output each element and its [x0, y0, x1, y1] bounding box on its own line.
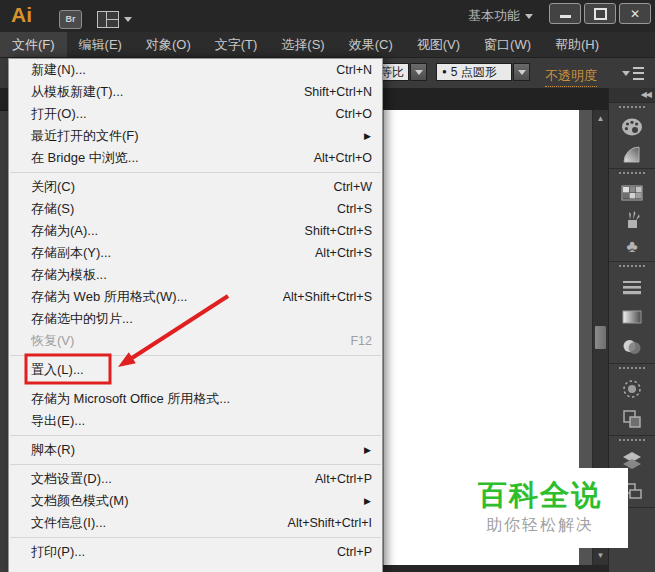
panel-grip-icon[interactable]	[619, 106, 645, 112]
panel-grip-icon[interactable]	[619, 172, 645, 178]
menu-item-save-a-copy[interactable]: 存储副本(Y)...Alt+Ctrl+S	[9, 242, 382, 264]
menu-separator	[10, 355, 381, 356]
shortcut: Ctrl+N	[336, 63, 372, 77]
color-guide-panel-button[interactable]	[609, 140, 655, 167]
menu-edit[interactable]: 编辑(E)	[67, 32, 134, 57]
swatches-panel-button[interactable]	[609, 179, 655, 206]
minimize-button[interactable]	[549, 3, 581, 24]
menu-effect[interactable]: 效果(C)	[337, 32, 405, 57]
menu-item-file-info[interactable]: 文件信息(I)...Alt+Shift+Ctrl+I	[9, 512, 382, 534]
menu-item-print[interactable]: 打印(P)...Ctrl+P	[9, 541, 382, 563]
panel-grip-icon[interactable]	[619, 439, 645, 445]
watermark-title: 百科全说	[478, 480, 602, 512]
shortcut: Shift+Ctrl+N	[304, 85, 372, 99]
menu-item-new[interactable]: 新建(N)...Ctrl+N	[9, 59, 382, 81]
shortcut: Ctrl+O	[336, 107, 372, 121]
bridge-button[interactable]: Br	[59, 10, 82, 29]
file-menu-popup: 新建(N)...Ctrl+N 从模板新建(T)...Shift+Ctrl+N 打…	[8, 58, 383, 572]
menu-item-save-as[interactable]: 存储为(A)...Shift+Ctrl+S	[9, 220, 382, 242]
menu-item-place[interactable]: 置入(L)...	[9, 359, 382, 381]
shortcut: Alt+Ctrl+O	[314, 151, 372, 165]
menu-separator	[10, 435, 381, 436]
graphic-styles-icon	[621, 408, 643, 430]
expand-panels-icon[interactable]: ◀◀	[641, 90, 651, 99]
dock-section-stroke	[609, 265, 655, 364]
maximize-icon	[594, 8, 607, 20]
menu-item-save[interactable]: 存储(S)Ctrl+S	[9, 198, 382, 220]
swatches-icon	[621, 185, 643, 201]
stroke-panel-button[interactable]	[609, 272, 655, 302]
menu-item-close[interactable]: 关闭(C)Ctrl+W	[9, 176, 382, 198]
minimize-icon	[560, 15, 571, 18]
dock-section-swatches: ♣	[609, 172, 655, 262]
menu-item-document-color-mode[interactable]: 文档颜色模式(M)▶	[9, 490, 382, 512]
menu-file[interactable]: 文件(F)	[0, 32, 67, 57]
transparency-panel-button[interactable]	[609, 332, 655, 362]
appearance-panel-button[interactable]	[609, 374, 655, 404]
brush-dropdown-button[interactable]	[513, 63, 530, 81]
menu-lines-icon	[633, 67, 644, 80]
gradient-panel-button[interactable]	[609, 302, 655, 332]
caret-down-icon	[525, 14, 533, 19]
shortcut: Alt+Shift+Ctrl+S	[283, 290, 372, 304]
submenu-arrow-icon: ▶	[364, 131, 372, 141]
window-controls: ✕	[549, 3, 651, 24]
scroll-up-icon[interactable]: ▲	[593, 112, 608, 126]
menu-item-save-as-template[interactable]: 存储为模板...	[9, 264, 382, 286]
transparency-icon	[621, 338, 643, 356]
appearance-icon	[621, 378, 643, 400]
menu-view[interactable]: 视图(V)	[405, 32, 472, 57]
menu-item-scripts[interactable]: 脚本(R)▶	[9, 439, 382, 461]
menu-item-save-selected-slices[interactable]: 存储选中的切片...	[9, 308, 382, 330]
shortcut: Alt+Ctrl+P	[315, 472, 372, 486]
brushes-icon	[622, 210, 642, 230]
panel-grip-icon[interactable]	[619, 367, 645, 373]
opacity-link[interactable]: 不透明度	[545, 67, 597, 87]
panel-grip-icon[interactable]	[619, 265, 645, 271]
illustrator-logo: Ai	[11, 3, 32, 27]
menu-item-document-setup[interactable]: 文档设置(D)...Alt+Ctrl+P	[9, 468, 382, 490]
scroll-down-icon[interactable]: ▼	[593, 549, 608, 563]
menu-item-export[interactable]: 导出(E)...	[9, 410, 382, 432]
symbols-icon: ♣	[626, 238, 637, 255]
submenu-arrow-icon: ▶	[364, 445, 372, 455]
menu-item-browse-in-bridge[interactable]: 在 Bridge 中浏览...Alt+Ctrl+O	[9, 147, 382, 169]
brushes-panel-button[interactable]	[609, 206, 655, 233]
menu-item-open-recent[interactable]: 最近打开的文件(F)▶	[9, 125, 382, 147]
caret-down-icon	[518, 70, 526, 75]
menu-select[interactable]: 选择(S)	[269, 32, 336, 57]
color-panel-button[interactable]	[609, 113, 655, 140]
menu-type[interactable]: 文字(T)	[203, 32, 270, 57]
close-icon: ✕	[630, 8, 640, 20]
caret-down-icon	[124, 17, 132, 22]
symbols-panel-button[interactable]: ♣	[609, 233, 655, 260]
workspace-switcher[interactable]: 基本功能	[468, 7, 533, 25]
dock-section-color	[609, 106, 655, 169]
graphic-styles-panel-button[interactable]	[609, 404, 655, 434]
arrange-documents-button[interactable]	[97, 10, 133, 28]
shortcut: Ctrl+S	[337, 202, 372, 216]
menu-window[interactable]: 窗口(W)	[472, 32, 543, 57]
gradient-icon	[622, 310, 642, 324]
close-button[interactable]: ✕	[619, 3, 651, 24]
caret-down-icon	[415, 70, 423, 75]
menu-object[interactable]: 对象(O)	[134, 32, 203, 57]
arrange-documents-icon	[97, 11, 119, 28]
scale-dropdown-button[interactable]	[410, 63, 427, 81]
control-panel-menu-button[interactable]	[622, 67, 644, 80]
scrollbar-thumb[interactable]	[595, 326, 606, 349]
menu-item-new-from-template[interactable]: 从模板新建(T)...Shift+Ctrl+N	[9, 81, 382, 103]
shortcut: Ctrl+W	[333, 180, 372, 194]
menu-help[interactable]: 帮助(H)	[543, 32, 611, 57]
menu-item-save-for-microsoft-office[interactable]: 存储为 Microsoft Office 所用格式...	[9, 388, 382, 410]
menu-item-save-for-web[interactable]: 存储为 Web 所用格式(W)...Alt+Shift+Ctrl+S	[9, 286, 382, 308]
shortcut: Ctrl+P	[337, 545, 372, 559]
dock-header: ◀◀	[609, 88, 655, 103]
shortcut: Alt+Shift+Ctrl+I	[288, 516, 372, 530]
shortcut: F12	[350, 334, 372, 348]
submenu-arrow-icon: ▶	[364, 496, 372, 506]
menu-item-open[interactable]: 打开(O)...Ctrl+O	[9, 103, 382, 125]
maximize-button[interactable]	[584, 3, 616, 24]
illustrator-window: Ai Br 基本功能 ✕ 文件(F) 编辑(E) 对象(O) 文字(T) 选择(…	[0, 0, 655, 572]
brush-definition-field[interactable]: ● 5 点圆形	[436, 63, 512, 81]
